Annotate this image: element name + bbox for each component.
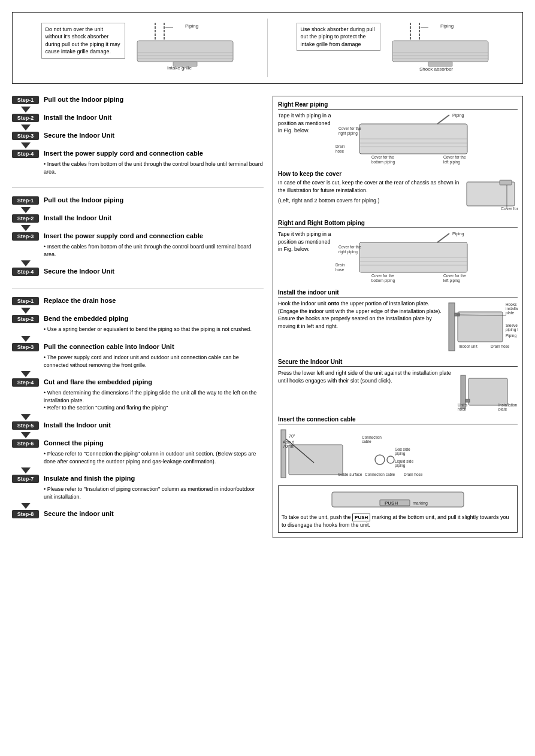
step-label-g3-2: Bend the embedded piping <box>44 315 264 322</box>
svg-text:Drain: Drain <box>335 144 345 148</box>
step-desc-g3-2: • Use a spring bender or equivalent to b… <box>44 326 264 333</box>
step-group1-step4: Step-4 Insert the power supply cord and … <box>12 150 264 158</box>
step-badge-g3-5: Step-5 <box>12 421 39 430</box>
step-label-g3-7: Insulate and finish the piping <box>44 475 264 482</box>
arrow-g3-4 <box>21 414 31 420</box>
svg-text:Cover for the: Cover for the <box>443 155 466 159</box>
svg-rect-36 <box>467 182 515 206</box>
push-label: PUSH <box>352 514 370 521</box>
step-badge-g1-2: Step-2 <box>12 114 39 122</box>
svg-text:Hooks at: Hooks at <box>506 302 518 306</box>
arrow-g3-1 <box>21 308 31 314</box>
svg-text:Gas side: Gas side <box>395 447 410 451</box>
step-badge-g3-1: Step-1 <box>12 297 39 305</box>
step-badge-g3-7: Step-7 <box>12 475 39 483</box>
arrow-g2-2 <box>21 225 31 231</box>
step-badge-g2-1: Step-1 <box>12 196 39 205</box>
step-group2-step1: Step-1 Pull out the Indoor piping <box>12 196 264 205</box>
push-instruction-text: To take out the unit, push the PUSH mark… <box>282 514 514 529</box>
step-desc-g2-3: • Insert the cables from bottom of the u… <box>44 243 264 258</box>
top-warning-section: Do not turn over the unit without it's s… <box>12 12 523 84</box>
step-badge-g1-3: Step-3 <box>12 132 39 140</box>
arrow-g1-1 <box>21 107 31 113</box>
top-left-warning: Do not turn over the unit without it's s… <box>19 19 261 77</box>
svg-text:cable: cable <box>362 439 371 444</box>
svg-text:Piping: Piping <box>185 23 198 29</box>
secure-indoor-text: Press the lower left and right side of t… <box>278 369 454 411</box>
divider-1 <box>12 187 264 188</box>
arrow-g1-3 <box>21 142 31 148</box>
arrow-g1-2 <box>21 125 31 130</box>
right-bottom-title: Right and Right Bottom piping <box>278 220 518 228</box>
svg-text:Piping: Piping <box>440 23 454 29</box>
right-rear-diagram: Piping Cover for the right piping Cover … <box>335 112 473 166</box>
right-device-diagram: Piping Shock absorber <box>386 23 494 74</box>
step-label-g3-6: Connect the piping <box>44 439 264 447</box>
svg-text:Installation: Installation <box>498 403 517 407</box>
svg-rect-20 <box>428 62 452 66</box>
divider-2 <box>12 288 264 289</box>
right-rear-section: Right Rear piping Tape it with piping in… <box>278 101 518 166</box>
arrow-g3-6 <box>21 467 31 473</box>
how-to-cover-section: How to keep the cover In case of the cov… <box>278 171 518 215</box>
right-bottom-diagram: Piping Cover for the right piping Cover … <box>335 230 473 284</box>
svg-text:Cover for the: Cover for the <box>338 245 361 249</box>
svg-rect-56 <box>455 313 460 316</box>
secure-indoor-section: Secure the Indoor Unit Press the lower l… <box>278 359 518 411</box>
svg-text:plate: plate <box>498 407 507 411</box>
step-label-g1-3: Secure the Indoor Unit <box>44 132 264 139</box>
step-group3-step5: Step-5 Install the Indoor unit <box>12 421 264 430</box>
step-badge-g1-1: Step-1 <box>12 96 39 104</box>
right-rear-title: Right Rear piping <box>278 101 518 110</box>
step-group3-step1: Step-1 Replace the drain hose <box>12 297 264 305</box>
step-label-g2-3: Insert the power supply cord and connect… <box>44 232 264 239</box>
right-warning-text: Use shock absorber during pull out the p… <box>301 26 375 47</box>
step-group2-step2: Step-2 Install the Indoor Unit <box>12 214 264 223</box>
step-group3-step4: Step-4 Cut and flare the embedded piping <box>12 378 264 387</box>
svg-text:Drain: Drain <box>335 263 345 267</box>
arrow-g3-3 <box>21 371 31 377</box>
step-desc-g3-6: • Please refer to "Connection the piping… <box>44 450 264 465</box>
top-section-divider <box>267 19 268 77</box>
right-bottom-tape-text: Tape it with piping in a position as men… <box>278 230 332 284</box>
push-marking-section: PUSH marking To take out the unit, push … <box>278 485 518 533</box>
svg-text:hose: hose <box>335 268 344 272</box>
svg-text:Guide surface: Guide surface <box>338 472 362 476</box>
insert-cable-title: Insert the connection cable <box>278 416 518 424</box>
svg-text:Shock absorber: Shock absorber <box>419 66 453 72</box>
step-group2-step3: Step-3 Insert the power supply cord and … <box>12 232 264 241</box>
svg-text:right piping: right piping <box>338 131 358 136</box>
svg-text:Sleeve for: Sleeve for <box>506 323 518 327</box>
right-column: Right Rear piping Tape it with piping in… <box>273 96 523 538</box>
step-label-g3-1: Replace the drain hose <box>44 297 264 304</box>
step-label-g2-2: Install the Indoor Unit <box>44 214 264 221</box>
svg-text:marking: marking <box>413 501 428 506</box>
svg-rect-55 <box>458 312 503 342</box>
svg-text:plate: plate <box>506 311 514 315</box>
svg-rect-67 <box>468 378 507 405</box>
left-warning-box: Do not turn over the unit without it's s… <box>41 23 125 59</box>
step-label-g2-4: Secure the Indoor Unit <box>44 268 264 275</box>
svg-text:bottom piping: bottom piping <box>371 160 395 165</box>
how-to-note: (Left, right and 2 bottom covers for pip… <box>278 197 460 205</box>
svg-text:Unit's: Unit's <box>458 403 468 407</box>
left-column: Step-1 Pull out the Indoor piping Step-2… <box>12 96 264 538</box>
svg-point-79 <box>375 455 385 464</box>
svg-rect-74 <box>289 445 343 475</box>
step-group2-step4: Step-4 Secure the Indoor Unit <box>12 268 264 276</box>
step-label-g2-1: Pull out the Indoor piping <box>44 196 264 204</box>
svg-text:piping hole: piping hole <box>506 327 518 332</box>
right-warning-box: Use shock absorber during pull out the p… <box>297 23 380 51</box>
step-group3-step6: Step-6 Connect the piping <box>12 439 264 448</box>
svg-text:Cover for the: Cover for the <box>338 126 361 130</box>
svg-text:piping: piping <box>395 451 406 456</box>
svg-text:Cover for the: Cover for the <box>371 274 394 278</box>
svg-text:right piping: right piping <box>338 250 358 254</box>
svg-point-80 <box>387 456 394 463</box>
step-badge-g3-2: Step-2 <box>12 315 39 323</box>
step-group3-step8: Step-8 Secure the indoor unit <box>12 510 264 518</box>
svg-text:70mm: 70mm <box>283 444 295 448</box>
top-right-warning: Use shock absorber during pull out the p… <box>274 19 516 77</box>
arrow-g2-1 <box>21 207 31 213</box>
step-badge-g1-4: Step-4 <box>12 150 39 158</box>
